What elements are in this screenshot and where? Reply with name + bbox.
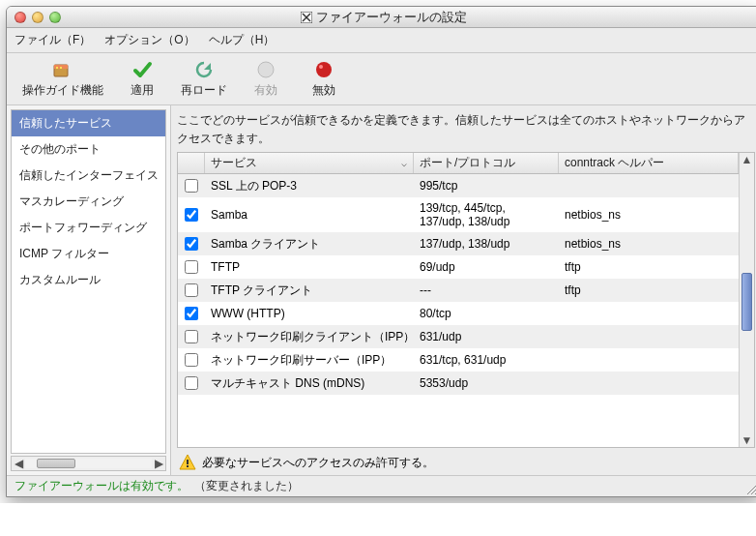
- sort-chevron-icon: ⌵: [401, 158, 407, 168]
- warning-text: 必要なサービスへのアクセスのみ許可する。: [202, 455, 434, 471]
- sidebar-panel: 信頼したサービスその他のポート信頼したインターフェイスマスカレーディングポートフ…: [7, 105, 171, 475]
- warning-row: 必要なサービスへのアクセスのみ許可する。: [177, 452, 755, 471]
- statusbar: ファイアーウォールは有効です。 （変更されました）: [7, 475, 756, 496]
- col-conntrack[interactable]: conntrack ヘルパー: [559, 153, 739, 173]
- menu-options[interactable]: オプション（O）: [104, 32, 194, 48]
- service-checkbox[interactable]: [185, 179, 198, 193]
- vscroll-thumb[interactable]: [741, 273, 752, 331]
- main-panel: ここでどのサービスが信頼できるかを定義できます。信頼したサービスは全てのホストや…: [171, 105, 756, 475]
- status-changed: （変更されました）: [194, 478, 299, 494]
- service-checkbox[interactable]: [185, 208, 198, 222]
- cell-conntrack: netbios_ns: [559, 237, 739, 251]
- close-button[interactable]: [15, 12, 26, 23]
- cell-service: WWW (HTTP): [205, 307, 414, 320]
- cell-service: ネットワーク印刷サーバー（IPP）: [205, 352, 414, 369]
- col-port[interactable]: ポート/プロトコル: [414, 153, 559, 173]
- table-row[interactable]: ネットワーク印刷クライアント（IPP）631/udp: [178, 325, 739, 348]
- scroll-left-icon[interactable]: ◀: [12, 457, 25, 470]
- svg-rect-4: [60, 67, 62, 69]
- sidebar-item[interactable]: ポートフォワーディング: [12, 215, 165, 241]
- status-enabled: ファイアーウォールは有効です。: [15, 478, 189, 494]
- col-service[interactable]: サービス⌵: [205, 153, 414, 173]
- svg-point-6: [316, 62, 332, 77]
- cell-service: マルチキャスト DNS (mDNS): [205, 375, 414, 392]
- sidebar-item[interactable]: 信頼したサービス: [12, 110, 165, 136]
- cell-port: 137/udp, 138/udp: [414, 237, 559, 251]
- zoom-button[interactable]: [49, 12, 61, 23]
- svg-rect-8: [187, 460, 189, 464]
- apply-button[interactable]: 適用: [113, 55, 171, 103]
- sidebar-item[interactable]: カスタムルール: [12, 267, 165, 293]
- service-checkbox[interactable]: [185, 307, 198, 320]
- cell-service: ネットワーク印刷クライアント（IPP）: [205, 329, 414, 345]
- table-vscrollbar[interactable]: ▲ ▼: [739, 153, 754, 447]
- disable-icon: [313, 59, 334, 80]
- enable-button[interactable]: 有効: [237, 55, 295, 103]
- cell-service: Samba: [205, 208, 414, 222]
- cell-service: Samba クライアント: [205, 236, 414, 253]
- menu-file[interactable]: ファイル（F）: [15, 32, 91, 48]
- cell-port: 139/tcp, 445/tcp, 137/udp, 138/udp: [414, 201, 559, 229]
- content: 信頼したサービスその他のポート信頼したインターフェイスマスカレーディングポートフ…: [7, 105, 756, 475]
- table-row[interactable]: ネットワーク印刷サーバー（IPP）631/tcp, 631/udp: [178, 348, 739, 372]
- service-checkbox[interactable]: [185, 376, 198, 390]
- sidebar-item[interactable]: その他のポート: [12, 136, 165, 163]
- table-row[interactable]: TFTP クライアント---tftp: [178, 279, 739, 302]
- cell-port: 631/udp: [414, 330, 559, 343]
- service-checkbox[interactable]: [185, 353, 198, 367]
- service-checkbox[interactable]: [185, 260, 198, 274]
- cell-port: 995/tcp: [414, 179, 559, 193]
- table-row[interactable]: マルチキャスト DNS (mDNS)5353/udp: [178, 372, 739, 395]
- cell-service: TFTP: [205, 260, 414, 274]
- scroll-track[interactable]: [25, 459, 152, 468]
- table-row[interactable]: Samba139/tcp, 445/tcp, 137/udp, 138/udpn…: [178, 197, 739, 232]
- scroll-down-icon[interactable]: ▼: [740, 433, 754, 447]
- minimize-button[interactable]: [32, 12, 44, 23]
- svg-rect-3: [56, 67, 58, 69]
- traffic-lights: [15, 12, 61, 23]
- cell-port: 80/tcp: [414, 307, 559, 320]
- services-table: サービス⌵ ポート/プロトコル conntrack ヘルパー SSL 上の PO…: [177, 152, 755, 448]
- table-row[interactable]: WWW (HTTP)80/tcp: [178, 302, 739, 325]
- scroll-right-icon[interactable]: ▶: [152, 457, 165, 470]
- scroll-up-icon[interactable]: ▲: [740, 153, 754, 166]
- warning-icon: [179, 454, 196, 471]
- cell-port: 631/tcp, 631/udp: [414, 353, 559, 367]
- cell-port: ---: [414, 283, 559, 297]
- scroll-thumb[interactable]: [37, 459, 75, 468]
- sidebar-hscrollbar[interactable]: ◀ ▶: [11, 456, 166, 471]
- svg-point-5: [258, 62, 274, 77]
- table-header: サービス⌵ ポート/プロトコル conntrack ヘルパー: [178, 153, 739, 174]
- resize-grip-icon[interactable]: [747, 483, 756, 494]
- service-checkbox[interactable]: [185, 330, 198, 343]
- cell-service: TFTP クライアント: [205, 283, 414, 299]
- service-checkbox[interactable]: [185, 283, 198, 297]
- toolbar: 操作ガイド機能 適用 再ロード 有効 無効: [7, 53, 756, 105]
- wizard-icon: [52, 59, 73, 80]
- col-checkbox[interactable]: [178, 153, 205, 173]
- table-row[interactable]: SSL 上の POP-3995/tcp: [178, 174, 739, 197]
- panel-description: ここでどのサービスが信頼できるかを定義できます。信頼したサービスは全てのホストや…: [177, 111, 755, 148]
- service-checkbox[interactable]: [185, 237, 198, 251]
- sidebar-list[interactable]: 信頼したサービスその他のポート信頼したインターフェイスマスカレーディングポートフ…: [11, 109, 166, 454]
- table-row[interactable]: Samba クライアント137/udp, 138/udpnetbios_ns: [178, 232, 739, 255]
- svg-rect-9: [187, 465, 189, 467]
- reload-button[interactable]: 再ロード: [171, 55, 237, 103]
- table-row[interactable]: TFTP69/udptftp: [178, 255, 739, 279]
- cell-port: 69/udp: [414, 260, 559, 274]
- sidebar-item[interactable]: 信頼したインターフェイス: [12, 163, 165, 189]
- menubar: ファイル（F） オプション（O） ヘルプ（H）: [7, 28, 756, 53]
- enable-icon: [255, 59, 276, 80]
- check-icon: [131, 59, 153, 80]
- sidebar-item[interactable]: マスカレーディング: [12, 189, 165, 215]
- disable-button[interactable]: 無効: [295, 55, 353, 103]
- cell-port: 5353/udp: [414, 376, 559, 390]
- cell-service: SSL 上の POP-3: [205, 178, 414, 194]
- cell-conntrack: tftp: [559, 260, 739, 274]
- x11-icon: [301, 12, 312, 23]
- window: ファイアーウォールの設定 ファイル（F） オプション（O） ヘルプ（H） 操作ガ…: [6, 6, 756, 497]
- menu-help[interactable]: ヘルプ（H）: [209, 32, 276, 48]
- wizard-button[interactable]: 操作ガイド機能: [13, 55, 113, 103]
- sidebar-item[interactable]: ICMP フィルター: [12, 241, 165, 267]
- svg-point-7: [319, 65, 323, 69]
